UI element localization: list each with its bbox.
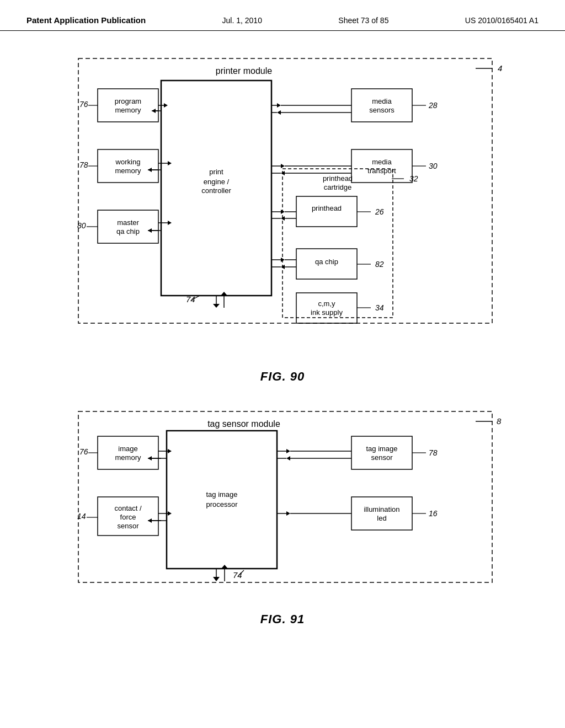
svg-text:cartridge: cartridge	[324, 183, 352, 191]
ref-16: 16	[429, 509, 438, 518]
media-sensors-label: media	[372, 97, 392, 105]
ref-26: 26	[375, 207, 384, 216]
svg-rect-20	[98, 210, 158, 243]
fig91-diagram: tag sensor module 8 image memory 76 cont…	[45, 400, 520, 604]
svg-marker-24	[168, 221, 172, 225]
svg-text:sensor: sensor	[117, 522, 139, 530]
ref-74-fig91: 74	[233, 570, 242, 580]
svg-marker-71	[213, 304, 220, 308]
tag-sensor-module-label: tag sensor module	[207, 419, 280, 429]
svg-text:memory: memory	[115, 106, 141, 114]
svg-marker-92	[168, 511, 172, 516]
header-patent-number: US 2010/0165401 A1	[465, 16, 539, 25]
cmy-ink-label: c,m,y	[318, 299, 335, 308]
svg-marker-73	[221, 292, 227, 296]
qa-chip-label: qa chip	[315, 258, 338, 266]
svg-text:processor: processor	[206, 500, 238, 508]
fig91-label: FIG. 91	[260, 612, 305, 627]
svg-marker-37	[277, 103, 281, 108]
printhead-label: printhead	[312, 204, 342, 212]
main-content: printer module 4 74 program memory 76	[0, 31, 565, 660]
svg-rect-42	[351, 149, 412, 183]
ref-78-fig91: 78	[429, 448, 438, 457]
svg-marker-103	[286, 456, 290, 461]
ref-74-fig90: 74	[186, 295, 195, 304]
ref-8: 8	[497, 416, 502, 426]
svg-rect-12	[98, 149, 158, 183]
fig91-container: tag sensor module 8 image memory 76 cont…	[33, 400, 532, 627]
svg-marker-46	[281, 164, 285, 168]
ref-34: 34	[375, 303, 384, 312]
svg-marker-114	[221, 565, 228, 569]
svg-rect-83	[167, 431, 277, 569]
svg-rect-76	[98, 436, 158, 469]
svg-text:ink supply: ink supply	[311, 308, 343, 317]
header-publication-title: Patent Application Publication	[26, 15, 146, 25]
ref-28: 28	[428, 101, 438, 110]
svg-marker-8	[164, 103, 168, 108]
svg-text:transport: transport	[367, 167, 396, 175]
svg-text:memory: memory	[115, 453, 141, 462]
svg-text:memory: memory	[115, 167, 141, 175]
ref-82: 82	[375, 260, 384, 269]
svg-rect-4	[98, 89, 158, 122]
printer-module-label: printer module	[216, 66, 272, 76]
master-qa-chip-label: master	[117, 218, 139, 227]
svg-rect-96	[351, 436, 412, 469]
contact-force-sensor-label: contact /	[114, 504, 142, 512]
ref-14: 14	[77, 512, 86, 521]
svg-text:sensors: sensors	[369, 106, 395, 114]
ref-4: 4	[498, 63, 502, 73]
fig90-container: printer module 4 74 program memory 76	[33, 47, 532, 384]
svg-rect-105	[351, 497, 412, 530]
svg-marker-40	[277, 110, 281, 115]
svg-marker-16	[168, 161, 172, 165]
svg-marker-109	[286, 511, 290, 516]
fig90-diagram: printer module 4 74 program memory 76	[45, 47, 520, 362]
ref-76-fig91: 76	[79, 447, 88, 456]
media-transport-label: media	[372, 158, 392, 166]
illumination-led-label: illumination	[364, 505, 399, 513]
page-header: Patent Application Publication Jul. 1, 2…	[0, 0, 565, 31]
program-memory-label: program	[115, 97, 141, 105]
print-engine-label: print	[209, 168, 223, 176]
svg-text:controller: controller	[201, 186, 231, 195]
svg-marker-100	[286, 449, 290, 453]
svg-text:led: led	[377, 514, 386, 522]
image-memory-label: image	[118, 445, 137, 453]
svg-text:force: force	[120, 513, 136, 521]
svg-text:sensor: sensor	[371, 453, 393, 462]
working-memory-label: working	[115, 158, 141, 166]
printhead-cartridge-label: printhead	[323, 174, 353, 183]
svg-text:qa chip: qa chip	[116, 227, 140, 235]
header-date: Jul. 1, 2010	[222, 16, 262, 25]
svg-rect-33	[351, 89, 412, 122]
svg-marker-87	[168, 449, 172, 453]
ref-32: 32	[409, 174, 418, 183]
ref-30: 30	[429, 162, 438, 170]
tag-image-sensor-label: tag image	[366, 445, 397, 453]
ref-80: 80	[77, 221, 86, 230]
svg-text:engine /: engine /	[204, 178, 230, 186]
fig90-label: FIG. 90	[260, 370, 305, 384]
svg-marker-112	[213, 577, 220, 581]
header-sheet: Sheet 73 of 85	[338, 16, 388, 25]
ref-78-fig90: 78	[79, 160, 88, 169]
ref-76-fig90: 76	[79, 100, 88, 109]
tag-image-processor-label: tag image	[206, 490, 237, 499]
